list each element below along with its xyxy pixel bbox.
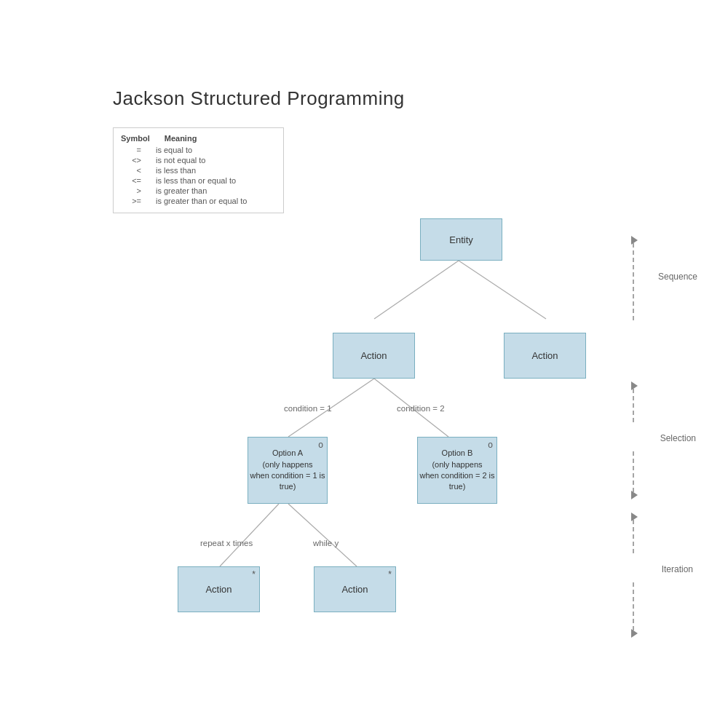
legend-row: <is less than [121, 166, 273, 175]
option-a-mark: o [318, 440, 323, 450]
legend-rows: =is equal to<>is not equal to<is less th… [121, 146, 273, 205]
option-a-box: o Option A (only happens when condition … [248, 437, 328, 504]
legend-row-symbol: <> [121, 156, 141, 165]
svg-line-0 [374, 261, 459, 319]
svg-line-4 [220, 504, 279, 566]
legend-row-meaning: is less than or equal to [156, 176, 236, 185]
legend-row-meaning: is less than [156, 166, 196, 175]
legend-row-symbol: <= [121, 176, 141, 185]
legend-row-symbol: < [121, 166, 141, 175]
repeat-x-label: repeat x times [200, 539, 253, 547]
condition2-label: condition = 2 [397, 404, 445, 413]
legend-box: Symbol Meaning =is equal to<>is not equa… [113, 127, 284, 213]
action-repeat-box: * Action [178, 566, 260, 612]
action-while-mark: * [388, 569, 392, 579]
legend-row: =is equal to [121, 146, 273, 154]
sequence-label: Sequence [658, 272, 697, 282]
legend-meaning-header: Meaning [165, 134, 197, 143]
page-title: Jackson Structured Programming [113, 87, 405, 110]
legend-row-symbol: = [121, 146, 141, 154]
legend-row-meaning: is not equal to [156, 156, 206, 165]
legend-row-meaning: is greater than or equal to [156, 197, 247, 205]
legend-row: >=is greater than or equal to [121, 197, 273, 205]
action-while-box: * Action [314, 566, 396, 612]
legend-row: <=is less than or equal to [121, 176, 273, 185]
selection-label: Selection [660, 433, 696, 443]
action2-box: Action [504, 333, 586, 379]
svg-line-5 [288, 504, 357, 566]
legend-row: <>is not equal to [121, 156, 273, 165]
legend-row-meaning: is greater than [156, 186, 207, 195]
option-b-box: o Option B (only happens when condition … [417, 437, 497, 504]
legend-row-symbol: >= [121, 197, 141, 205]
legend-row-meaning: is equal to [156, 146, 192, 154]
condition1-label: condition = 1 [284, 404, 332, 413]
iteration-label: Iteration [662, 564, 693, 574]
legend-row-symbol: > [121, 186, 141, 195]
option-b-mark: o [488, 440, 493, 450]
legend-row: >is greater than [121, 186, 273, 195]
action1-box: Action [333, 333, 415, 379]
svg-line-1 [459, 261, 546, 319]
action-repeat-mark: * [252, 569, 256, 579]
legend-symbol-header: Symbol [121, 134, 150, 143]
while-y-label: while y [313, 539, 339, 547]
entity-box: Entity [420, 218, 502, 261]
